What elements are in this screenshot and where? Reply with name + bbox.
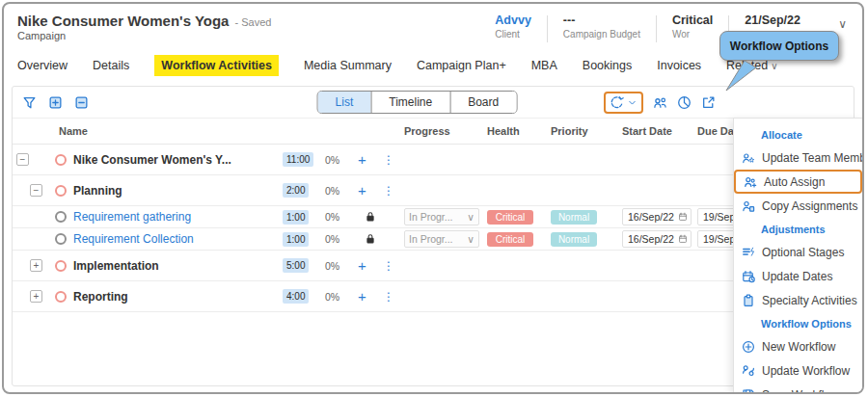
percent-complete-label: 0% bbox=[325, 154, 358, 166]
menu-item-label: Copy Assignments bbox=[762, 199, 857, 213]
status-circle-icon bbox=[55, 154, 67, 166]
status-circle-icon bbox=[55, 233, 67, 245]
status-circle-icon bbox=[55, 211, 67, 223]
menu-item-specialty-activities[interactable]: Specialty Activities bbox=[734, 288, 862, 312]
table-row: +Reporting4:000%+⋮ bbox=[13, 281, 854, 312]
workflow-sync-button[interactable] bbox=[604, 92, 643, 114]
header-field-label: Client bbox=[495, 29, 531, 40]
pie-chart-icon[interactable] bbox=[677, 95, 692, 110]
add-activity-button[interactable]: + bbox=[358, 257, 383, 274]
start-date-field[interactable]: 16/Sep/22 bbox=[622, 208, 692, 225]
column-header-start-date: Start Date bbox=[622, 125, 697, 137]
view-btn-list[interactable]: List bbox=[318, 92, 371, 113]
expand-all-icon[interactable] bbox=[48, 95, 63, 110]
row-name-cell: −Planning bbox=[13, 184, 283, 198]
menu-section-header-allocate: Allocate bbox=[734, 123, 862, 146]
view-btn-timeline[interactable]: Timeline bbox=[370, 92, 449, 113]
row-name-label[interactable]: Requirement gathering bbox=[73, 210, 191, 224]
row-expander-toggle[interactable]: + bbox=[30, 259, 42, 272]
row-more-menu[interactable]: ⋮ bbox=[383, 184, 404, 198]
row-expander-toggle[interactable]: − bbox=[30, 184, 42, 197]
percent-complete-label: 0% bbox=[325, 233, 358, 245]
menu-item-label: Save Workflow bbox=[762, 388, 839, 395]
percent-complete-label: 0% bbox=[325, 260, 358, 272]
row-name-label: Reporting bbox=[73, 290, 128, 304]
header-field-campaign-budget: ---Campaign Budget bbox=[548, 13, 656, 40]
add-activity-button[interactable]: + bbox=[358, 182, 383, 198]
add-activity-button[interactable]: + bbox=[358, 288, 383, 304]
calendar-cell-icon bbox=[678, 234, 688, 244]
row-expander-toggle[interactable]: − bbox=[16, 153, 29, 166]
table-row: −Planning2:000%+⋮ bbox=[13, 175, 854, 206]
menu-item-update-team-members[interactable]: Update Team Members bbox=[734, 146, 862, 170]
tab-bookings[interactable]: Bookings bbox=[583, 59, 632, 72]
filter-icon[interactable] bbox=[22, 95, 37, 110]
start-date-field[interactable]: 16/Sep/22 bbox=[622, 230, 692, 248]
view-btn-board[interactable]: Board bbox=[449, 92, 516, 113]
menu-item-label: New Workflow bbox=[762, 340, 835, 354]
menu-item-copy-assignments[interactable]: Copy Assignments bbox=[734, 194, 862, 218]
chevron-down-icon: ∨ bbox=[467, 211, 475, 223]
row-name-label: Nike Consumer Women's Y... bbox=[73, 153, 231, 167]
workflow-activities-panel: ListTimelineBoard NameProgressHealthPrio… bbox=[12, 86, 854, 386]
menu-item-label: Auto Assign bbox=[764, 175, 825, 189]
workflow-sync-icon bbox=[610, 95, 624, 110]
plus-circle-icon bbox=[742, 340, 755, 354]
expander-slot: − bbox=[13, 153, 55, 166]
start-date-value: 16/Sep/22 bbox=[628, 233, 674, 245]
workflow-options-menu: AllocateUpdate Team MembersAuto AssignCo… bbox=[733, 118, 862, 392]
table-row: +Implementation5:000%+⋮ bbox=[13, 251, 854, 281]
tab-campaign-plan-[interactable]: Campaign Plan+ bbox=[417, 59, 506, 72]
menu-item-auto-assign[interactable]: Auto Assign bbox=[734, 170, 862, 194]
menu-item-label: Update Team Members bbox=[762, 151, 864, 165]
team-icon[interactable] bbox=[653, 95, 667, 110]
tab-workflow-activities[interactable]: Workflow Activities bbox=[154, 55, 279, 76]
progress-dropdown[interactable]: In Progr...∨ bbox=[404, 208, 479, 225]
add-activity-button[interactable]: + bbox=[358, 151, 383, 168]
tab-overview[interactable]: Overview bbox=[17, 59, 68, 72]
percent-complete-label: 0% bbox=[325, 185, 358, 197]
toolbar-left-icons bbox=[22, 95, 89, 110]
menu-item-optional-stages[interactable]: Optional Stages bbox=[734, 240, 862, 264]
menu-item-label: Update Workflow bbox=[762, 364, 850, 378]
row-expander-toggle[interactable]: + bbox=[30, 290, 42, 303]
row-more-menu[interactable]: ⋮ bbox=[383, 290, 404, 304]
page-title: Nike Consumer Women's Yoga bbox=[17, 13, 229, 29]
collapse-header-chevron-icon[interactable]: ∨ bbox=[838, 17, 847, 31]
header-field-wor: CriticalWor bbox=[657, 13, 728, 40]
row-name-cell: −Nike Consumer Women's Y... bbox=[13, 153, 283, 167]
table-row: Requirement Collection1:000%In Progr...∨… bbox=[13, 228, 854, 251]
row-name-label[interactable]: Requirement Collection bbox=[73, 232, 194, 246]
header-field-value: --- bbox=[563, 13, 640, 27]
menu-item-update-workflow[interactable]: Update Workflow bbox=[734, 358, 862, 383]
menu-item-new-workflow[interactable]: New Workflow bbox=[734, 334, 862, 358]
table-body: −Nike Consumer Women's Y...11:000%+⋮−Pla… bbox=[13, 145, 854, 312]
tab-media-summary[interactable]: Media Summary bbox=[304, 59, 392, 72]
tab-details[interactable]: Details bbox=[93, 59, 129, 72]
header-field-value[interactable]: Advvy bbox=[495, 13, 531, 27]
tab-mba[interactable]: MBA bbox=[531, 59, 557, 72]
duration-badge: 11:00 bbox=[283, 152, 313, 167]
callout-text: Workflow Options bbox=[730, 40, 828, 53]
percent-complete-label: 0% bbox=[325, 291, 358, 303]
header-field-label: Wor bbox=[672, 29, 713, 40]
table-row: −Nike Consumer Women's Y...11:000%+⋮ bbox=[13, 145, 854, 175]
clipboard-icon bbox=[742, 294, 755, 307]
people-star-icon bbox=[742, 151, 755, 165]
row-name-cell: Requirement gathering bbox=[13, 210, 283, 224]
chevron-down-icon bbox=[627, 97, 637, 108]
popout-icon[interactable] bbox=[701, 95, 716, 110]
chevron-down-icon: ∨ bbox=[771, 61, 777, 71]
duration-badge: 4:00 bbox=[283, 289, 309, 304]
tab-invoices[interactable]: Invoices bbox=[657, 59, 701, 72]
row-more-menu[interactable]: ⋮ bbox=[383, 259, 404, 273]
menu-item-update-dates[interactable]: Update Dates bbox=[734, 264, 862, 288]
row-name-label: Implementation bbox=[73, 259, 159, 273]
menu-item-save-workflow[interactable]: Save Workflow bbox=[734, 383, 862, 394]
column-header-health: Health bbox=[487, 125, 551, 137]
row-name-label: Planning bbox=[73, 184, 122, 198]
row-more-menu[interactable]: ⋮ bbox=[383, 153, 404, 167]
people-plus-icon bbox=[744, 175, 757, 189]
progress-dropdown[interactable]: In Progr...∨ bbox=[404, 230, 479, 248]
collapse-all-icon[interactable] bbox=[74, 95, 89, 110]
